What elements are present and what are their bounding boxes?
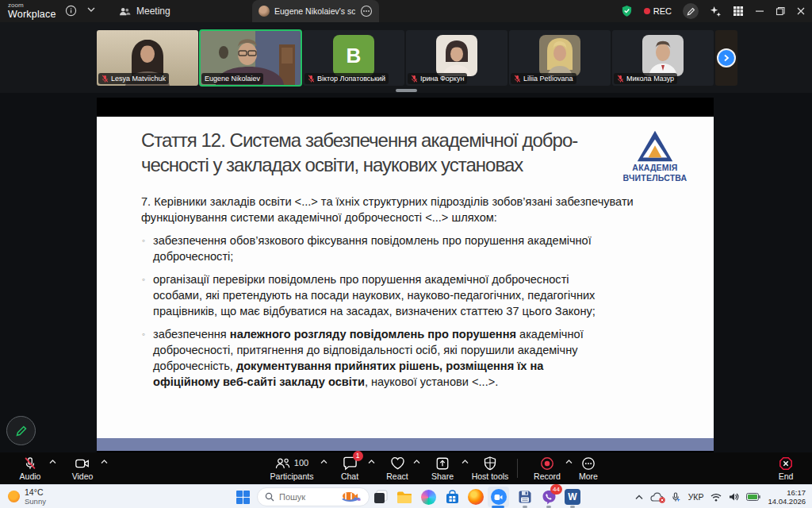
- zoom-app-button[interactable]: [488, 487, 509, 507]
- audio-label: Audio: [20, 472, 41, 481]
- audio-button[interactable]: Audio: [13, 456, 48, 481]
- academy-logo-line2: ВЧИТЕЛЬСТВА: [611, 173, 699, 183]
- tab-shared-screen[interactable]: Eugene Nikolaiev's screen: [252, 0, 379, 22]
- end-label: End: [779, 472, 794, 481]
- participant-name-label: Микола Мазур: [614, 73, 677, 84]
- slide-title-line1: Стаття 12. Система забезпечення академіч…: [141, 128, 611, 152]
- viber-button[interactable]: 44: [539, 487, 558, 506]
- chevron-down-icon[interactable]: [87, 7, 95, 13]
- react-label: React: [386, 472, 408, 481]
- ai-companion-sparkle-icon[interactable]: [710, 6, 722, 17]
- microsoft-store-button[interactable]: [442, 487, 462, 506]
- participant-tile-iryna[interactable]: Ірина Форкун: [406, 30, 508, 86]
- green-pencil-icon: [15, 425, 28, 437]
- muted-mic-icon: [617, 75, 624, 83]
- react-chevron[interactable]: [413, 460, 420, 464]
- react-button[interactable]: React: [381, 456, 414, 481]
- viber-unread-badge: 44: [550, 484, 562, 495]
- participants-icon: [275, 456, 291, 471]
- maximize-button[interactable]: [776, 6, 785, 16]
- floppy-disk-icon: [518, 490, 532, 504]
- participant-tile-eugene-active-speaker[interactable]: Eugene Nikolaiev: [200, 30, 301, 86]
- record-label: Record: [534, 472, 561, 481]
- participant-name-label: Віктор Лопатовський: [304, 73, 389, 84]
- folder-icon: [396, 491, 412, 504]
- video-button[interactable]: Video: [65, 456, 100, 481]
- minimize-button[interactable]: [755, 6, 764, 16]
- participant-name-label: Liliia Petliovana: [511, 73, 576, 84]
- zoom-app-icon: [491, 489, 507, 505]
- task-view-button[interactable]: [371, 487, 390, 506]
- onedrive-error-cloud-icon[interactable]: [650, 492, 664, 502]
- toolbar-divider: [517, 459, 518, 478]
- end-button[interactable]: End: [768, 456, 803, 481]
- strip-collapse-handle[interactable]: [396, 89, 417, 92]
- zoom-titlebar: zoom Workplace Meeting Eugene Nikolaiev'…: [0, 0, 812, 22]
- share-label: Share: [431, 472, 454, 481]
- participant-name: Віктор Лопатовський: [317, 75, 385, 83]
- speaker-icon[interactable]: [729, 492, 739, 502]
- host-tools-button[interactable]: Host tools: [466, 456, 514, 481]
- audio-options-chevron[interactable]: [49, 460, 56, 464]
- record-button[interactable]: Record: [530, 456, 565, 481]
- weather-widget[interactable]: 14°C Sunny: [8, 487, 46, 506]
- participant-tile-liliia[interactable]: Liliia Petliovana: [509, 30, 611, 86]
- photo-avatar: [539, 35, 580, 76]
- zoom-control-toolbar: Audio Video 100 Participants 1 Chat Reac…: [0, 452, 812, 484]
- participant-name: Eugene Nikolaiev: [205, 75, 260, 83]
- record-chevron[interactable]: [565, 460, 573, 464]
- participant-tile-viktor[interactable]: B Віктор Лопатовський: [303, 30, 404, 86]
- slide-intro-paragraph: 7. Керівники закладів освіти <...> та їх…: [141, 194, 636, 225]
- language-indicator[interactable]: УКР: [688, 492, 704, 502]
- security-shield-icon[interactable]: [621, 5, 633, 17]
- academy-triangle-icon: [637, 129, 673, 163]
- participants-chevron[interactable]: [320, 460, 327, 464]
- participants-video-strip: Lesya Matviichuk Eugene Nikolaiev: [0, 22, 812, 93]
- participant-name: Liliia Petliovana: [523, 75, 573, 83]
- academy-logo: АКАДЕМІЯ ВЧИТЕЛЬСТВА: [611, 128, 699, 183]
- participants-button[interactable]: 100 Participants: [266, 456, 317, 481]
- participant-name: Ірина Форкун: [420, 75, 464, 83]
- participant-tile-lesya[interactable]: Lesya Matviichuk: [97, 30, 198, 86]
- file-explorer-button[interactable]: [395, 487, 414, 506]
- taskbar-search[interactable]: [257, 487, 370, 506]
- floppy-disk-app-button[interactable]: [515, 487, 534, 506]
- camera-icon: [75, 456, 90, 471]
- info-icon[interactable]: [65, 5, 77, 17]
- apps-grid-icon[interactable]: [733, 6, 744, 17]
- firefox-button[interactable]: [466, 487, 485, 506]
- tab-shared-screen-label: Eugene Nikolaiev's screen: [274, 6, 355, 16]
- avatar-letter: B: [347, 44, 362, 68]
- next-participants-button[interactable]: [717, 48, 736, 67]
- rec-label: REC: [653, 6, 672, 16]
- tab-meeting[interactable]: Meeting: [111, 0, 178, 22]
- meeting-people-icon: [119, 6, 131, 17]
- mic-in-use-icon[interactable]: [671, 492, 681, 502]
- close-button[interactable]: [796, 6, 806, 16]
- chat-button[interactable]: 1 Chat: [333, 456, 366, 481]
- copilot-button[interactable]: [419, 487, 438, 506]
- word-button[interactable]: W: [563, 487, 582, 506]
- participant-name-label: Eugene Nikolaiev: [201, 73, 263, 84]
- battery-icon[interactable]: [746, 493, 760, 501]
- tray-chevron-up-icon[interactable]: [635, 495, 643, 500]
- more-button[interactable]: More: [573, 456, 604, 481]
- slide-bullet-1: забезпечення обов’язкового фіксування по…: [141, 233, 609, 264]
- bullet3-seg1: забезпечення: [153, 328, 230, 341]
- search-highlight-fish-icon: [339, 490, 362, 504]
- tab-options-ellipsis-icon[interactable]: [360, 5, 373, 17]
- taskbar-clock[interactable]: 16:17 14.04.2026: [768, 488, 806, 506]
- annotation-pencil-button[interactable]: [6, 416, 36, 445]
- bullet3-seg5: , наукової установи <...>.: [365, 375, 498, 388]
- video-options-chevron[interactable]: [101, 460, 108, 464]
- start-button[interactable]: [235, 489, 251, 505]
- chat-chevron[interactable]: [368, 460, 375, 464]
- annotate-pencil-icon[interactable]: [683, 3, 699, 19]
- sun-icon: [8, 491, 20, 502]
- search-input[interactable]: [279, 492, 335, 502]
- muted-mic-icon: [102, 75, 109, 83]
- participant-tile-mykola[interactable]: Микола Мазур: [612, 30, 714, 86]
- wifi-icon[interactable]: [710, 493, 722, 502]
- share-button[interactable]: Share: [426, 456, 459, 481]
- rec-dot-icon: [644, 8, 650, 14]
